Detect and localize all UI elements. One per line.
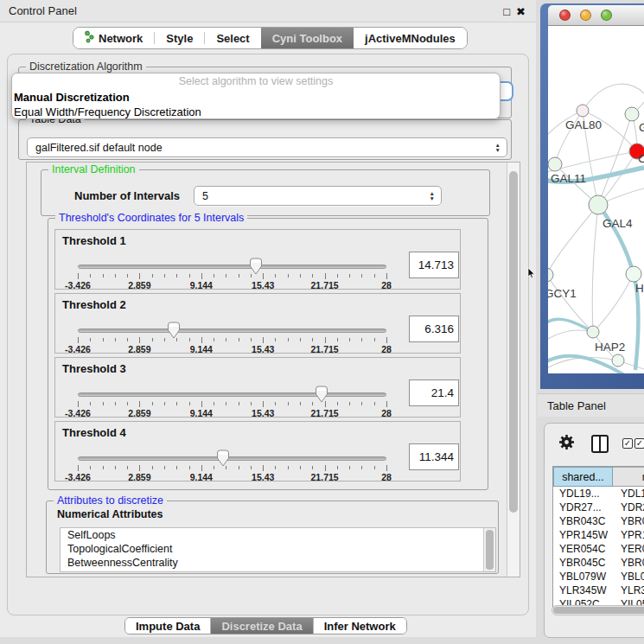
- slider-tick-label: 15.43: [252, 280, 274, 290]
- minimize-traffic-light[interactable]: [580, 10, 591, 21]
- network-node[interactable]: [577, 105, 589, 117]
- settings-scrollbar[interactable]: [507, 163, 520, 577]
- table-data-group: Table Data galFiltered.sif default node …: [18, 119, 512, 160]
- tab-cyni-toolbox[interactable]: Cyni Toolbox: [261, 28, 354, 48]
- network-canvas[interactable]: GAL80GAL11GAL4GCY1HAP2GCH: [548, 26, 644, 373]
- slider-tick: [214, 466, 214, 469]
- slider-thumb[interactable]: [249, 258, 263, 275]
- column-header-1[interactable]: shared...: [553, 467, 613, 487]
- slider-tick: [275, 274, 276, 277]
- tab-select[interactable]: Select: [205, 28, 260, 48]
- slider-tick: [214, 402, 214, 405]
- slider-track[interactable]: [78, 265, 386, 269]
- bottom-tab-impute-data[interactable]: Impute Data: [125, 618, 210, 634]
- threshold-slider[interactable]: -3.4262.8599.14415.4321.71528: [78, 449, 386, 481]
- number-of-intervals-combobox[interactable]: 5 ▲▼: [194, 186, 442, 206]
- table-cell: YDL19...: [613, 487, 644, 501]
- threshold-panel: Threshold 3-3.4262.8599.14415.4321.71528…: [54, 357, 461, 418]
- tab-network[interactable]: Network: [73, 28, 154, 48]
- attributes-list-scrollbar[interactable]: [483, 528, 495, 571]
- select-all-checkbox-icon[interactable]: ✓: [622, 438, 633, 449]
- slider-tick: [239, 466, 239, 469]
- float-window-icon[interactable]: □: [503, 6, 510, 17]
- slider-thumb[interactable]: [167, 322, 181, 339]
- close-window-icon[interactable]: ✖: [516, 6, 526, 17]
- table-row[interactable]: YLR345WYLR345W: [553, 583, 644, 597]
- network-node[interactable]: [548, 157, 562, 171]
- column-layout-icon[interactable]: [591, 435, 609, 453]
- table-row[interactable]: YBR045CYBR045C: [553, 556, 644, 570]
- slider-tick: [152, 338, 153, 341]
- bottom-tab-discretize-data[interactable]: Discretize Data: [211, 618, 312, 634]
- number-of-intervals-value: 5: [194, 190, 430, 202]
- network-node[interactable]: [626, 266, 641, 282]
- slider-tick: [361, 338, 362, 341]
- threshold-value-field[interactable]: 14.713: [409, 252, 459, 278]
- slider-track[interactable]: [78, 328, 386, 333]
- table-cell: YBR045C: [553, 556, 613, 570]
- bottom-tab-infer-network[interactable]: Infer Network: [314, 618, 406, 634]
- table-row[interactable]: YBR043CYBR043C: [553, 514, 644, 528]
- numerical-attributes-list[interactable]: SelfLoopsTopologicalCoefficientBetweenne…: [60, 527, 496, 572]
- slider-tick: [349, 274, 350, 277]
- table-horizontal-scrollbar[interactable]: [552, 605, 644, 615]
- threshold-slider[interactable]: -3.4262.8599.14415.4321.71528: [78, 321, 386, 354]
- slider-tick: [386, 273, 387, 279]
- table-cell: YDR27...: [613, 501, 644, 514]
- network-edge: [548, 358, 618, 370]
- attribute-list-item[interactable]: TopologicalCoefficient: [61, 542, 495, 556]
- slider-tick: [349, 466, 350, 469]
- slider-thumb[interactable]: [216, 450, 230, 467]
- column-header-2[interactable]: name: [613, 467, 644, 487]
- slider-tick: [288, 338, 289, 341]
- threshold-slider[interactable]: -3.4262.8599.14415.4321.71528: [78, 257, 386, 290]
- slider-track[interactable]: [78, 392, 386, 397]
- network-node[interactable]: [589, 195, 608, 214]
- select-none-checkbox-icon[interactable]: ✓: [634, 438, 644, 449]
- table-row[interactable]: YDL19...YDL19...: [553, 487, 644, 501]
- slider-tick: [386, 401, 387, 407]
- table-hscrollbar-thumb[interactable]: [553, 607, 644, 614]
- table-panel-title: Table Panel: [538, 399, 606, 412]
- network-node[interactable]: [548, 268, 553, 282]
- table-cell: YER054C: [553, 542, 613, 556]
- slider-tick: [325, 465, 326, 471]
- table-row[interactable]: YBL079WYBL079W: [553, 570, 644, 583]
- table-row[interactable]: YPR145WYPR145W: [553, 528, 644, 542]
- tab-jactivemnodules[interactable]: jActiveMNodules: [354, 28, 467, 48]
- table-body: YDL19...YDL19...YDR27...YDR27...YBR043CY…: [553, 487, 644, 607]
- zoom-traffic-light[interactable]: [601, 10, 612, 21]
- network-window-titlebar: [548, 5, 644, 26]
- threshold-value-field[interactable]: 21.4: [409, 379, 459, 406]
- table-data-combobox[interactable]: galFiltered.sif default node ▲▼: [27, 137, 507, 157]
- network-node[interactable]: [587, 326, 599, 338]
- threshold-value-field[interactable]: 11.344: [409, 443, 459, 470]
- attribute-list-item[interactable]: SelfLoops: [61, 528, 495, 542]
- slider-tick: [263, 401, 264, 407]
- threshold-value-field[interactable]: 6.316: [409, 316, 459, 342]
- threshold-slider[interactable]: -3.4262.8599.14415.4321.71528: [78, 385, 386, 418]
- slider-tick: [189, 274, 190, 277]
- dropdown-option[interactable]: Manual Discretization: [12, 90, 500, 105]
- network-node[interactable]: [625, 107, 639, 121]
- network-edge: [593, 274, 634, 332]
- slider-track[interactable]: [78, 456, 386, 461]
- slider-tick: [115, 338, 116, 341]
- slider-thumb[interactable]: [315, 386, 328, 403]
- settings-scrollpane: Interval Definition Number of Intervals …: [26, 162, 520, 577]
- settings-gear-icon[interactable]: [558, 434, 575, 454]
- table-row[interactable]: YER054CYER054C: [553, 542, 644, 556]
- close-traffic-light[interactable]: [559, 10, 571, 21]
- table-row[interactable]: YDR27...YDR27...: [553, 501, 644, 514]
- threshold-panel: Threshold 4-3.4262.8599.14415.4321.71528…: [54, 421, 461, 481]
- attributes-scrollbar-thumb[interactable]: [486, 530, 494, 570]
- threshold-label: Threshold 1: [62, 234, 126, 247]
- dropdown-option[interactable]: Equal Width/Frequency Discretization: [12, 105, 500, 119]
- attribute-list-item[interactable]: BetweennessCentrality: [61, 556, 495, 570]
- network-node-label: C: [638, 152, 644, 165]
- tab-style[interactable]: Style: [155, 28, 204, 48]
- network-node[interactable]: [612, 354, 624, 367]
- settings-scrollbar-thumb[interactable]: [509, 171, 518, 513]
- slider-tick: [103, 274, 104, 277]
- slider-tick-label: 21.715: [311, 280, 339, 290]
